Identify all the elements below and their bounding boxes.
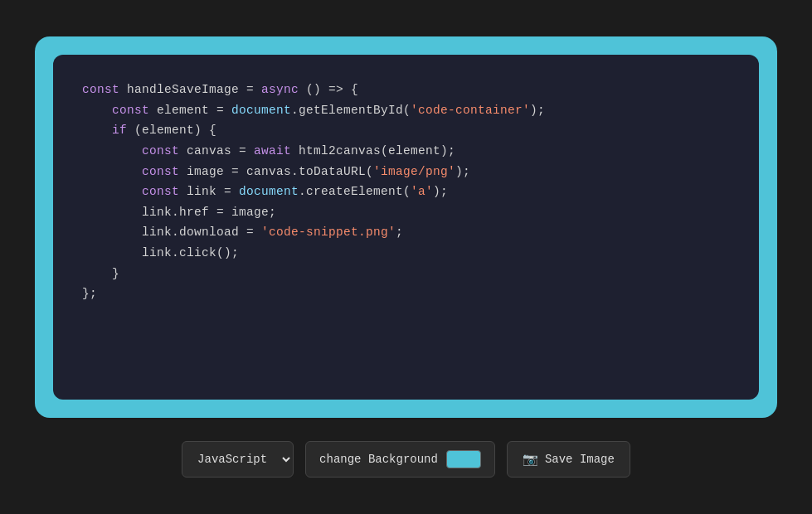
change-bg-label: change Background	[319, 453, 438, 466]
table-row: const canvas = await html2canvas(element…	[82, 141, 730, 162]
language-select[interactable]: JavaScriptPythonTypeScriptHTMLCSS	[182, 441, 294, 478]
color-swatch[interactable]	[446, 450, 481, 468]
code-window-wrapper: const handleSaveImage = async () => { co…	[35, 36, 777, 418]
change-background-button[interactable]: change Background	[305, 441, 495, 478]
table-row: link.download = 'code-snippet.png';	[82, 222, 730, 243]
table-row: if (element) {	[82, 120, 730, 141]
table-row: const element = document.getElementById(…	[82, 100, 730, 121]
save-label: Save Image	[545, 453, 615, 466]
table-row: link.click();	[82, 243, 730, 264]
table-row: const handleSaveImage = async () => {	[82, 80, 730, 100]
code-panel: const handleSaveImage = async () => { co…	[53, 55, 759, 400]
save-image-button[interactable]: 📷 Save Image	[507, 441, 630, 478]
main-container: const handleSaveImage = async () => { co…	[0, 0, 812, 514]
table-row: const link = document.createElement('a')…	[82, 182, 730, 202]
table-row: link.href = image;	[82, 202, 730, 223]
camera-icon: 📷	[523, 452, 538, 468]
table-row: };	[82, 284, 730, 304]
table-row: }	[82, 264, 730, 284]
toolbar: JavaScriptPythonTypeScriptHTMLCSS change…	[182, 441, 630, 478]
table-row: const image = canvas.toDataURL('image/pn…	[82, 162, 730, 182]
